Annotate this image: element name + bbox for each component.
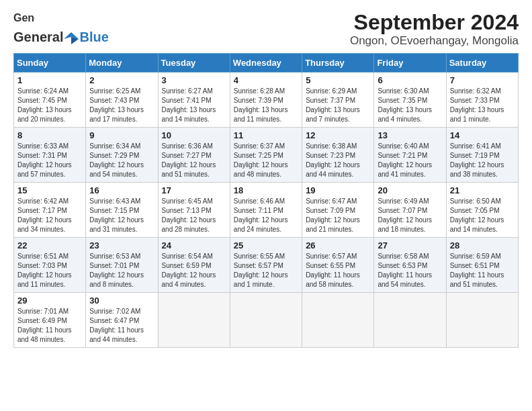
day-info: Sunrise: 6:50 AM Sunset: 7:05 PM Dayligh… [450, 197, 515, 234]
logo-bird-icon [64, 31, 79, 44]
calendar-week-row: 1 Sunrise: 6:24 AM Sunset: 7:45 PM Dayli… [14, 73, 519, 128]
logo-icon: General [13, 11, 35, 30]
day-number: 28 [450, 240, 515, 250]
calendar-day-cell [374, 293, 446, 348]
day-number: 3 [162, 75, 226, 85]
calendar-day-cell: 22 Sunrise: 6:51 AM Sunset: 7:03 PM Dayl… [14, 238, 86, 293]
weekday-header: Saturday [446, 54, 518, 73]
day-number: 1 [17, 75, 82, 85]
sunset-label: Sunset: 6:59 PM [162, 262, 212, 269]
day-info: Sunrise: 6:29 AM Sunset: 7:37 PM Dayligh… [306, 87, 370, 124]
calendar-day-cell: 23 Sunrise: 6:53 AM Sunset: 7:01 PM Dayl… [86, 238, 158, 293]
daylight-label: Daylight: 13 hours and 11 minutes. [234, 106, 288, 123]
calendar-day-cell [302, 293, 374, 348]
calendar-day-cell: 27 Sunrise: 6:58 AM Sunset: 6:53 PM Dayl… [374, 238, 446, 293]
daylight-label: Daylight: 12 hours and 48 minutes. [234, 161, 288, 178]
daylight-label: Daylight: 13 hours and 7 minutes. [306, 106, 360, 123]
daylight-label: Daylight: 12 hours and 34 minutes. [17, 216, 72, 233]
logo: General General Blue [13, 11, 109, 45]
sunrise-label: Sunrise: 6:28 AM [234, 87, 285, 95]
sunrise-label: Sunrise: 6:59 AM [450, 253, 501, 260]
sunrise-label: Sunrise: 7:01 AM [17, 308, 69, 315]
sunrise-label: Sunrise: 6:51 AM [17, 253, 69, 260]
sunrise-label: Sunrise: 6:24 AM [17, 87, 69, 95]
day-info: Sunrise: 6:28 AM Sunset: 7:39 PM Dayligh… [234, 87, 298, 124]
day-number: 17 [162, 185, 226, 195]
calendar-day-cell [158, 293, 230, 348]
sunset-label: Sunset: 7:35 PM [378, 97, 427, 104]
day-info: Sunrise: 6:54 AM Sunset: 6:59 PM Dayligh… [162, 252, 226, 289]
day-info: Sunrise: 6:33 AM Sunset: 7:31 PM Dayligh… [17, 142, 82, 179]
daylight-label: Daylight: 11 hours and 58 minutes. [306, 271, 360, 288]
calendar-day-cell [446, 293, 518, 348]
sunrise-label: Sunrise: 6:30 AM [378, 87, 429, 95]
weekday-header: Monday [86, 54, 158, 73]
daylight-label: Daylight: 12 hours and 1 minute. [234, 271, 288, 288]
sunrise-label: Sunrise: 6:42 AM [17, 197, 69, 205]
day-number: 16 [89, 185, 154, 195]
calendar-day-cell: 6 Sunrise: 6:30 AM Sunset: 7:35 PM Dayli… [374, 73, 446, 128]
sunrise-label: Sunrise: 6:27 AM [162, 87, 213, 95]
sunset-label: Sunset: 7:41 PM [162, 97, 212, 104]
calendar-subtitle: Ongon, OEvoerhangay, Mongolia [350, 34, 519, 48]
sunrise-label: Sunrise: 6:46 AM [234, 197, 285, 205]
sunrise-label: Sunrise: 6:50 AM [450, 197, 501, 205]
sunrise-label: Sunrise: 6:33 AM [17, 142, 69, 150]
sunrise-label: Sunrise: 6:58 AM [378, 253, 429, 260]
daylight-label: Daylight: 12 hours and 57 minutes. [17, 161, 72, 178]
day-number: 20 [378, 185, 442, 195]
calendar-day-cell: 19 Sunrise: 6:47 AM Sunset: 7:09 PM Dayl… [302, 183, 374, 238]
calendar-week-row: 15 Sunrise: 6:42 AM Sunset: 7:17 PM Dayl… [14, 183, 519, 238]
sunrise-label: Sunrise: 6:38 AM [306, 142, 357, 150]
day-info: Sunrise: 6:49 AM Sunset: 7:07 PM Dayligh… [378, 197, 442, 234]
weekday-header: Sunday [14, 54, 86, 73]
sunset-label: Sunset: 6:55 PM [306, 262, 355, 269]
calendar-day-cell: 7 Sunrise: 6:32 AM Sunset: 7:33 PM Dayli… [446, 73, 518, 128]
day-info: Sunrise: 6:40 AM Sunset: 7:21 PM Dayligh… [378, 142, 442, 179]
day-info: Sunrise: 6:25 AM Sunset: 7:43 PM Dayligh… [89, 87, 154, 124]
day-info: Sunrise: 6:32 AM Sunset: 7:33 PM Dayligh… [450, 87, 515, 124]
sunrise-label: Sunrise: 6:53 AM [89, 253, 140, 260]
day-number: 25 [234, 240, 298, 250]
sunset-label: Sunset: 6:49 PM [17, 317, 67, 324]
calendar-day-cell: 26 Sunrise: 6:57 AM Sunset: 6:55 PM Dayl… [302, 238, 374, 293]
sunset-label: Sunset: 7:39 PM [234, 97, 283, 104]
day-number: 30 [89, 295, 154, 306]
day-number: 29 [17, 295, 82, 306]
daylight-label: Daylight: 12 hours and 8 minutes. [89, 271, 144, 288]
calendar-title: September 2024 [350, 11, 519, 34]
calendar-week-row: 22 Sunrise: 6:51 AM Sunset: 7:03 PM Dayl… [14, 238, 519, 293]
sunrise-label: Sunrise: 7:02 AM [89, 308, 140, 315]
sunrise-label: Sunrise: 6:47 AM [306, 197, 357, 205]
calendar-day-cell: 11 Sunrise: 6:37 AM Sunset: 7:25 PM Dayl… [230, 128, 302, 183]
daylight-label: Daylight: 12 hours and 41 minutes. [378, 161, 432, 178]
calendar-day-cell: 28 Sunrise: 6:59 AM Sunset: 6:51 PM Dayl… [446, 238, 518, 293]
day-number: 5 [306, 75, 370, 85]
day-number: 15 [17, 185, 82, 195]
day-number: 7 [450, 75, 515, 85]
daylight-label: Daylight: 12 hours and 38 minutes. [450, 161, 504, 178]
calendar-day-cell: 29 Sunrise: 7:01 AM Sunset: 6:49 PM Dayl… [14, 293, 86, 348]
sunset-label: Sunset: 7:13 PM [162, 207, 212, 214]
daylight-label: Daylight: 12 hours and 11 minutes. [17, 271, 72, 288]
day-number: 23 [89, 240, 154, 250]
calendar-day-cell: 25 Sunrise: 6:55 AM Sunset: 6:57 PM Dayl… [230, 238, 302, 293]
sunrise-label: Sunrise: 6:55 AM [234, 253, 285, 260]
day-info: Sunrise: 6:43 AM Sunset: 7:15 PM Dayligh… [89, 197, 154, 234]
day-info: Sunrise: 6:59 AM Sunset: 6:51 PM Dayligh… [450, 252, 515, 289]
weekday-header: Friday [374, 54, 446, 73]
calendar-day-cell: 20 Sunrise: 6:49 AM Sunset: 7:07 PM Dayl… [374, 183, 446, 238]
daylight-label: Daylight: 12 hours and 24 minutes. [234, 216, 288, 233]
day-number: 22 [17, 240, 82, 250]
sunset-label: Sunset: 7:45 PM [17, 97, 67, 104]
calendar-week-row: 8 Sunrise: 6:33 AM Sunset: 7:31 PM Dayli… [14, 128, 519, 183]
calendar-day-cell [230, 293, 302, 348]
calendar-day-cell: 13 Sunrise: 6:40 AM Sunset: 7:21 PM Dayl… [374, 128, 446, 183]
sunrise-label: Sunrise: 6:37 AM [234, 142, 285, 150]
daylight-label: Daylight: 13 hours and 4 minutes. [378, 106, 432, 123]
sunset-label: Sunset: 7:27 PM [162, 152, 212, 159]
weekday-header: Thursday [302, 54, 374, 73]
day-number: 13 [378, 130, 442, 140]
sunrise-label: Sunrise: 6:57 AM [306, 253, 357, 260]
sunset-label: Sunset: 6:47 PM [89, 317, 139, 324]
